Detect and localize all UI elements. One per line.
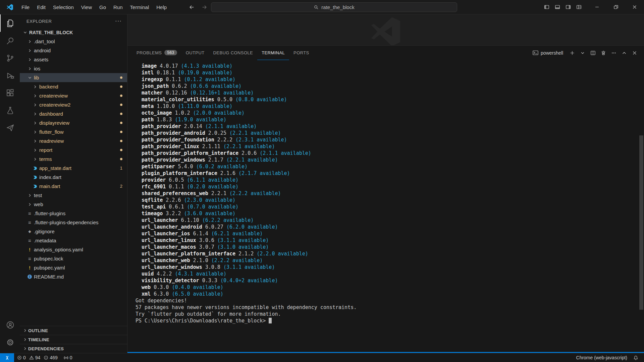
tree-file-.flutter-plugins[interactable]: ≡.flutter-plugins [20,209,127,218]
launch-profile-chevron-icon[interactable] [578,48,587,58]
terminal-package-line: plugin_platform_interface 2.1.6 (2.1.7 a… [136,170,644,177]
tree-folder-displayreview[interactable]: displayreview [20,118,127,127]
tree-folder-RATE_THE_BLOCK[interactable]: RATE_THE_BLOCK [20,28,127,37]
tree-folder-backend[interactable]: backend [20,82,127,91]
menu-terminal[interactable]: Terminal [126,0,153,14]
menu-file[interactable]: File [18,0,33,14]
terminal-package-line: octo_image 1.0.2 (2.0.0 available) [136,110,644,116]
tree-item-label: dashboard [39,111,63,117]
terminal-output[interactable]: image 4.0.17 (4.1.3 available) intl 0.18… [127,60,644,324]
editor-area[interactable] [127,14,644,45]
tab-label: PORTS [293,50,309,55]
notifications-bell[interactable] [630,353,641,362]
tree-item-label: pubspec.lock [34,256,63,261]
more-actions-icon[interactable] [609,48,619,58]
tree-file-pubspec.lock[interactable]: ≡pubspec.lock [20,254,127,263]
ports-status[interactable]: 0 [61,353,75,362]
tree-folder-.dart_tool[interactable]: .dart_tool [20,37,127,46]
chevron-right-icon [32,93,38,99]
accounts-icon[interactable] [0,316,20,334]
tree-folder-lib[interactable]: lib [20,73,127,82]
tree-item-label: pubspec.yaml [34,265,65,270]
search-icon[interactable] [0,32,20,49]
tree-folder-web[interactable]: web [20,200,127,209]
extra-extension-icon[interactable] [0,119,20,136]
tree-file-pubspec.yaml[interactable]: !pubspec.yaml [20,263,127,272]
testing-icon[interactable] [0,102,20,119]
tree-file-README.md[interactable]: iREADME.md [20,272,127,281]
chevron-right-icon [26,202,33,207]
extensions-icon[interactable] [0,84,20,102]
toggle-secondary-sidebar-icon[interactable] [563,2,574,12]
tree-folder-flutter_flow[interactable]: flutter_flow [20,127,127,136]
tree-folder-readreview[interactable]: readreview [20,136,127,145]
tree-file-index.dart[interactable]: index.dart [20,173,127,182]
section-dependencies[interactable]: DEPENDENCIES [20,344,127,353]
menu-view[interactable]: View [77,0,96,14]
problems-status[interactable]: 0 94 469 [14,353,61,362]
tree-file-.metadata[interactable]: ≡.metadata [20,236,127,245]
explorer-more-actions-icon[interactable]: ··· [115,18,122,24]
title-bar: FileEditSelectionViewGoRunTerminalHelp r… [0,0,644,14]
split-terminal-icon[interactable] [588,48,598,58]
command-center-search[interactable]: rate_the_block [211,2,457,12]
kill-terminal-icon[interactable] [598,48,608,58]
menu-go[interactable]: Go [96,0,110,14]
toggle-panel-icon[interactable] [552,2,563,12]
tree-folder-createreview2[interactable]: createreview2 [20,100,127,109]
explorer-icon[interactable] [0,14,20,32]
chevron-right-icon [32,157,38,162]
terminal-package-line: petitparser 5.4.0 (6.0.2 available) [136,163,644,170]
settings-icon[interactable] [0,334,20,351]
tree-folder-ios[interactable]: ios [20,64,127,73]
source-control-icon[interactable] [0,49,20,67]
tree-folder-createreview[interactable]: createreview [20,91,127,100]
menu-run[interactable]: Run [110,0,126,14]
window-restore-icon[interactable] [606,0,625,14]
terminal-package-line: test_api 0.6.1 (0.7.0 available) [136,203,644,210]
menu-help[interactable]: Help [153,0,170,14]
modified-dot [120,113,122,115]
tree-folder-test[interactable]: test [20,191,127,200]
new-terminal-icon[interactable] [567,48,577,58]
tab-debug-console[interactable]: DEBUG CONSOLE [209,46,258,60]
forward-icon[interactable] [199,2,209,12]
window-minimize-icon[interactable] [588,0,606,14]
tree-folder-terms[interactable]: terms [20,155,127,164]
bell-icon [633,355,638,360]
customize-layout-icon[interactable] [574,2,584,12]
tab-output[interactable]: OUTPUT [181,46,209,60]
menu-selection[interactable]: Selection [49,0,77,14]
terminal-profile[interactable]: powershell [533,50,563,56]
chevron-right-icon [22,346,28,351]
tree-file-.gitignore[interactable]: ◆.gitignore [20,227,127,236]
window-close-icon[interactable] [625,0,644,14]
tab-problems[interactable]: PROBLEMS563 [132,46,181,60]
tree-item-label: README.md [34,274,64,280]
tab-terminal[interactable]: TERMINAL [257,46,289,60]
tree-folder-android[interactable]: android [20,46,127,55]
tab-ports[interactable]: PORTS [289,46,314,60]
run-debug-icon[interactable] [0,67,20,84]
section-outline[interactable]: OUTLINE [20,326,127,335]
terminal-scrollbar[interactable] [639,135,643,310]
section-timeline[interactable]: TIMELINE [20,335,127,344]
tree-file-.flutter-plugins-dependencies[interactable]: ≡.flutter-plugins-dependencies [20,218,127,227]
toggle-sidebar-icon[interactable] [541,2,552,12]
tree-file-analysis_options.yaml[interactable]: !analysis_options.yaml [20,245,127,254]
modified-dot [120,122,122,124]
maximize-panel-icon[interactable] [619,48,629,58]
tree-file-app_state.dart[interactable]: app_state.dart1 [20,164,127,173]
chevron-right-icon [32,147,38,153]
remote-indicator[interactable] [0,353,14,362]
close-panel-icon[interactable] [630,48,639,58]
back-icon[interactable] [186,2,197,12]
tree-item-label: index.dart [39,174,61,180]
tree-folder-assets[interactable]: assets [20,55,127,64]
debug-target-status[interactable]: Chrome (web-javascript) [573,353,630,362]
chevron-down-icon [26,75,33,80]
tree-file-main.dart[interactable]: main.dart2 [20,182,127,191]
tree-folder-report[interactable]: report [20,145,127,155]
menu-edit[interactable]: Edit [33,0,49,14]
tree-folder-dashboard[interactable]: dashboard [20,109,127,118]
